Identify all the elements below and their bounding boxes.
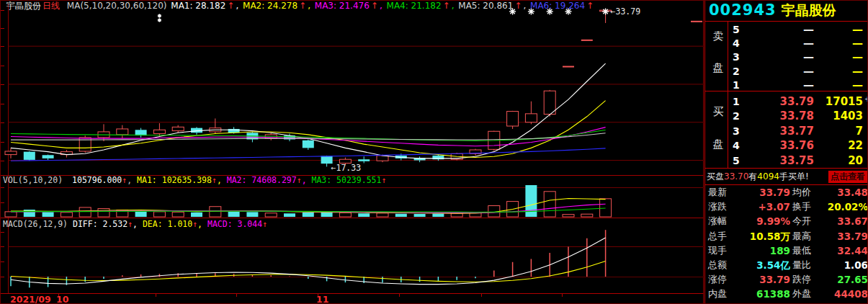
candle-up — [5, 151, 17, 155]
up-arrow-icon: ↑ — [212, 175, 217, 185]
stat-label: 最高 — [792, 229, 811, 243]
up-arrow-icon: ↑ — [371, 1, 378, 11]
price: — — [750, 50, 814, 64]
buy-row-1[interactable]: 133.7917015+16831 — [728, 94, 868, 109]
large-order-alert[interactable]: 买盘33.70有4094手买单! 点击查看 — [707, 170, 868, 184]
sell-row-2[interactable]: 2—— — [728, 64, 868, 79]
sell-row-1[interactable]: 1—— — [728, 78, 868, 92]
indicator-value: MA2: 74608.297 — [227, 175, 297, 185]
buy-row-4[interactable]: 433.7622 — [728, 138, 868, 153]
up-arrow-icon: ↑ — [297, 175, 302, 185]
volume-bar-down — [525, 185, 537, 217]
indicator-value: , — [197, 219, 207, 229]
candle-up — [117, 129, 128, 135]
volume: 1403 — [815, 109, 863, 123]
stat-value: 33.79 — [812, 229, 868, 243]
axis-date-label[interactable]: 11 — [316, 294, 328, 304]
volume-bar-up — [5, 212, 17, 217]
price: — — [750, 78, 814, 92]
stat-label: 换手 — [792, 200, 811, 214]
volume-bar-down — [395, 214, 407, 217]
price-annotation: ←33.79 — [611, 6, 641, 17]
divider — [705, 91, 868, 91]
candle-up — [172, 127, 184, 130]
sell-row-4[interactable]: 4—— — [728, 36, 868, 50]
volume-bar-down — [414, 214, 426, 217]
indicator-value: MA5: 20.861 — [458, 1, 513, 11]
stats-row: 涨幅9.99%今开33.67 — [705, 214, 868, 228]
stat-label: 今开 — [792, 214, 811, 228]
price: 33.75 — [750, 153, 814, 168]
price: — — [750, 22, 814, 37]
price: — — [750, 36, 814, 50]
stat-label: 涨停 — [708, 272, 727, 287]
up-arrow-icon: ↑ — [262, 219, 267, 229]
up-arrow-icon: ↑ — [299, 1, 306, 11]
price: 33.77 — [750, 124, 814, 138]
stat-value: 27.65 — [812, 272, 868, 287]
sell-row-5[interactable]: 5—— — [728, 22, 868, 37]
stat-label: 量比 — [792, 258, 811, 272]
chart-area[interactable]: ←17.33←33.792021/091011 — [1, 1, 704, 304]
alert-text: 买盘33.70有4094手买单! — [707, 171, 809, 182]
volume: 20 — [815, 153, 863, 168]
indicator-value: MA6: 19.264 — [530, 1, 585, 11]
volume-bar-up — [581, 214, 593, 217]
stat-label: 均价 — [792, 185, 811, 200]
stat-value: 33.67 — [812, 214, 868, 228]
stat-label: 总手 — [708, 229, 727, 243]
alert-segment: 手买单! — [779, 171, 809, 182]
volume-bar-up — [563, 215, 574, 217]
stock-title: 002943宇晶股份 — [709, 1, 836, 20]
volume: — — [815, 50, 863, 64]
buy-row-3[interactable]: 333.777 — [728, 124, 868, 138]
sell-label-char2: 盘 — [712, 61, 724, 75]
axis-date-label[interactable]: 10 — [56, 294, 69, 304]
stat-value: 33.79 — [727, 272, 790, 287]
vol-params-label: VOL(5,10,20) — [3, 175, 63, 185]
stat-label: 跌停 — [792, 272, 811, 287]
sell-row-3[interactable]: 3—— — [728, 50, 868, 64]
volume-bar-up — [210, 207, 221, 217]
candle-up — [507, 112, 519, 126]
buy-label-char1: 买 — [712, 105, 724, 119]
stat-value: 189 — [727, 243, 790, 258]
sell-label-char1: 卖 — [712, 30, 724, 43]
volume-bar-up — [600, 199, 612, 217]
stat-value: 20.02% — [812, 200, 868, 214]
stat-value: 3.54亿 — [727, 258, 790, 272]
volume-delta: +16831 — [864, 92, 868, 107]
alert-segment: 33.70 — [724, 171, 748, 182]
quote-panel: 002943宇晶股份 卖 盘 买 盘 5——4——3——2——1—— 133.7… — [704, 1, 868, 304]
candle-down — [303, 140, 314, 148]
indicator-value: , — [236, 1, 241, 11]
indicator-value: , — [380, 1, 385, 11]
level: 5 — [733, 153, 740, 168]
indicator-value: , — [523, 1, 529, 11]
indicator-value: MA1: 28.182 — [171, 1, 225, 11]
candle-down — [358, 159, 370, 161]
volume-bar-down — [135, 211, 147, 217]
volume-bar-down — [42, 212, 54, 217]
macd-params-label: MACD(26,12,9) — [3, 219, 68, 229]
stats-row: 内盘61388外盘44408 — [705, 287, 868, 301]
level: 4 — [733, 36, 740, 50]
buy-row-2[interactable]: 233.781403 — [728, 109, 868, 123]
axis-date-label[interactable]: 2021/09 — [10, 294, 51, 304]
candlestick-chart[interactable]: ←17.33←33.792021/091011 — [1, 1, 704, 304]
period-label[interactable]: 日线 — [42, 1, 60, 11]
candle-up — [153, 130, 165, 133]
stat-label: 涨幅 — [708, 214, 727, 228]
ma-params-label: MA(5,10,20,30,60,120) — [67, 1, 167, 11]
divider — [705, 21, 868, 22]
buy-row-5[interactable]: 533.7520 — [728, 153, 868, 168]
stats-row: 涨跌+3.07换手20.02% — [705, 200, 868, 214]
volume-bar-down — [303, 213, 314, 217]
stock-code: 002943 — [709, 1, 777, 19]
view-detail-button[interactable]: 点击查看 — [828, 171, 867, 183]
level: 5 — [733, 22, 740, 37]
stats-row: 最新33.79均价33.48 — [705, 185, 868, 200]
indicator-value: , — [308, 1, 313, 11]
alert-segment: 买盘 — [707, 171, 724, 182]
stat-label: 最低 — [792, 243, 811, 258]
